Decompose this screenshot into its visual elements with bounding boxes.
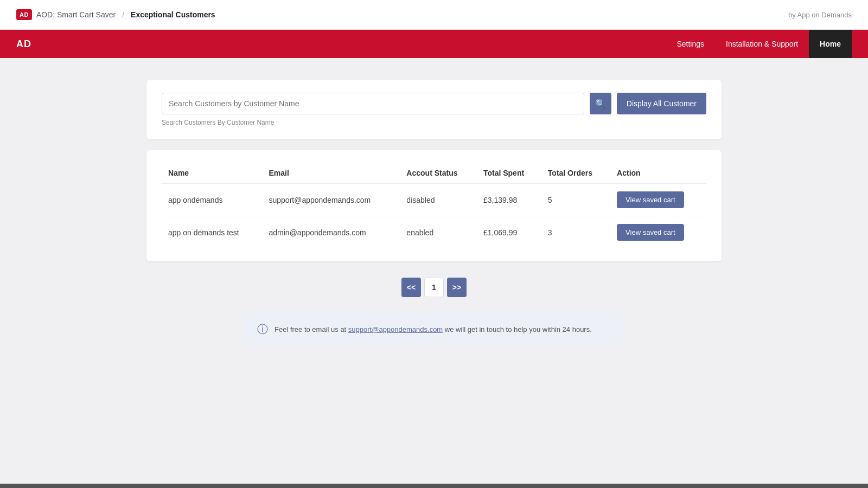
col-action: Action: [610, 163, 706, 183]
cell-spent-0: £3,139.98: [477, 183, 541, 216]
nav-installation-support[interactable]: Installation & Support: [715, 30, 809, 58]
search-row: 🔍 Display All Customer: [162, 93, 706, 114]
pagination-page-1[interactable]: 1: [424, 278, 444, 297]
table-row: app ondemands support@appondemands.com d…: [162, 183, 706, 216]
col-name: Name: [162, 163, 263, 183]
search-button[interactable]: 🔍: [590, 93, 611, 114]
top-bar: AD AOD: Smart Cart Saver / Exceptional C…: [0, 0, 868, 30]
info-icon: ⓘ: [257, 322, 268, 337]
search-icon: 🔍: [595, 99, 606, 109]
table-panel: Name Email Accout Status Total Spent Tot…: [146, 150, 722, 261]
breadcrumb-parent: AOD: Smart Cart Saver: [36, 10, 116, 19]
top-bar-byline: by App on Demands: [788, 11, 852, 19]
cell-action-0: View saved cart: [610, 183, 706, 216]
search-panel: 🔍 Display All Customer Search Customers …: [146, 80, 722, 139]
view-saved-cart-button-1[interactable]: View saved cart: [617, 224, 684, 241]
pagination-prev[interactable]: <<: [401, 278, 421, 297]
pagination: << 1 >>: [146, 278, 722, 297]
pagination-next[interactable]: >>: [447, 278, 467, 297]
col-status: Accout Status: [400, 163, 477, 183]
cell-action-1: View saved cart: [610, 216, 706, 249]
cell-email-1: admin@appondemands.com: [263, 216, 400, 249]
view-saved-cart-button-0[interactable]: View saved cart: [617, 191, 684, 208]
col-email: Email: [263, 163, 400, 183]
search-hint: Search Customers By Customer Name: [162, 119, 706, 126]
cell-status-0: disabled: [400, 183, 477, 216]
info-text: Feel free to email us at support@apponde…: [275, 325, 592, 333]
cell-status-1: enabled: [400, 216, 477, 249]
col-total-spent: Total Spent: [477, 163, 541, 183]
display-all-button[interactable]: Display All Customer: [617, 93, 706, 114]
support-email-link[interactable]: support@appondemands.com: [348, 325, 443, 333]
search-input-wrapper: [162, 93, 584, 114]
cell-spent-1: £1,069.99: [477, 216, 541, 249]
breadcrumb-current: Exceptional Customers: [131, 10, 215, 19]
info-box: ⓘ Feel free to email us at support@appon…: [244, 313, 624, 345]
cell-orders-1: 3: [541, 216, 610, 249]
cell-name-0: app ondemands: [162, 183, 263, 216]
breadcrumb: AD AOD: Smart Cart Saver / Exceptional C…: [16, 9, 215, 20]
nav-settings[interactable]: Settings: [666, 30, 715, 58]
nav-logo: AD: [16, 38, 31, 50]
cell-email-0: support@appondemands.com: [263, 183, 400, 216]
nav-bar: AD Settings Installation & Support Home: [0, 30, 868, 58]
breadcrumb-separator: /: [122, 10, 124, 19]
cell-orders-0: 5: [541, 183, 610, 216]
table-header-row: Name Email Accout Status Total Spent Tot…: [162, 163, 706, 183]
customers-table: Name Email Accout Status Total Spent Tot…: [162, 163, 706, 248]
info-text-after: we will get in touch to help you within …: [443, 325, 592, 333]
cell-name-1: app on demands test: [162, 216, 263, 249]
search-input[interactable]: [162, 93, 584, 114]
col-total-orders: Total Orders: [541, 163, 610, 183]
main-content: 🔍 Display All Customer Search Customers …: [136, 80, 732, 345]
nav-home[interactable]: Home: [809, 30, 852, 58]
info-text-before: Feel free to email us at: [275, 325, 348, 333]
top-bar-logo: AD: [16, 9, 32, 20]
nav-links: Settings Installation & Support Home: [666, 30, 852, 58]
bottom-border: [0, 484, 868, 488]
table-row: app on demands test admin@appondemands.c…: [162, 216, 706, 249]
